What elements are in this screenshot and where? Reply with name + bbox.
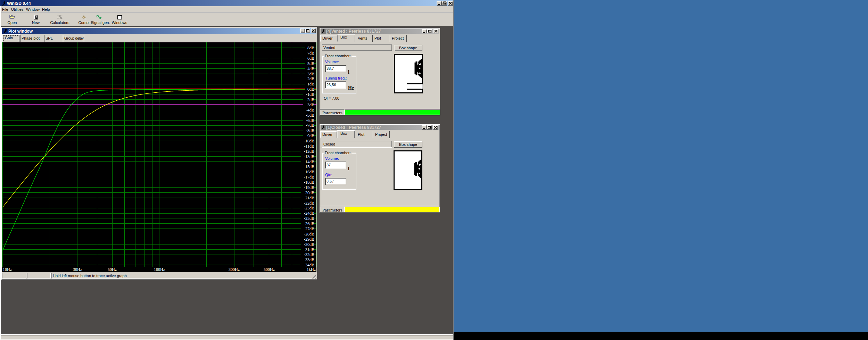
svg-text:-21dB: -21dB [304, 196, 314, 200]
svg-text:-1dB: -1dB [306, 92, 314, 97]
svg-text:1kHz: 1kHz [307, 267, 316, 272]
svg-text:-27dB: -27dB [304, 226, 314, 231]
svg-text:50Hz: 50Hz [108, 267, 117, 272]
svg-text:-18dB: -18dB [304, 180, 314, 185]
svg-text:300Hz: 300Hz [229, 267, 240, 272]
svg-text:500Hz: 500Hz [264, 267, 275, 272]
svg-text:30Hz: 30Hz [73, 267, 82, 272]
svg-text:1dB: 1dB [307, 82, 314, 86]
svg-text:-4dB: -4dB [306, 108, 314, 113]
svg-text:-33dB: -33dB [304, 257, 314, 262]
svg-text:2dB: 2dB [307, 76, 314, 81]
svg-text:-26dB: -26dB [304, 221, 314, 226]
svg-text:-31dB: -31dB [304, 247, 314, 252]
svg-text:-34dB: -34dB [304, 263, 314, 267]
svg-text:-6dB: -6dB [306, 118, 314, 123]
svg-text:5dB: 5dB [307, 61, 314, 66]
svg-text:100Hz: 100Hz [154, 267, 165, 272]
svg-text:-14dB: -14dB [304, 159, 314, 164]
svg-text:-29dB: -29dB [304, 237, 314, 242]
svg-text:-22dB: -22dB [304, 201, 314, 206]
svg-text:4dB: 4dB [307, 66, 314, 71]
svg-text:-23dB: -23dB [304, 206, 314, 210]
svg-text:-25dB: -25dB [304, 216, 314, 221]
svg-text:-7dB: -7dB [306, 123, 314, 128]
svg-text:-32dB: -32dB [304, 252, 314, 257]
svg-text:-17dB: -17dB [304, 175, 314, 180]
svg-text:-9dB: -9dB [306, 133, 314, 138]
svg-text:-30dB: -30dB [304, 242, 314, 247]
svg-text:-11dB: -11dB [304, 144, 314, 149]
svg-text:0dB: 0dB [307, 87, 314, 92]
svg-text:-5dB: -5dB [306, 113, 314, 118]
svg-text:-3dB: -3dB [306, 102, 314, 107]
svg-text:6dB: 6dB [307, 56, 314, 61]
svg-text:-16dB: -16dB [304, 169, 314, 174]
svg-text:-10dB: -10dB [304, 139, 314, 143]
svg-text:10Hz: 10Hz [3, 267, 12, 272]
svg-text:-19dB: -19dB [304, 185, 314, 190]
svg-text:-8dB: -8dB [306, 128, 314, 133]
svg-text:7dB: 7dB [307, 51, 314, 56]
svg-text:-24dB: -24dB [304, 211, 314, 216]
svg-text:-28dB: -28dB [304, 232, 314, 237]
svg-text:-20dB: -20dB [304, 190, 314, 195]
svg-text:-13dB: -13dB [304, 154, 314, 159]
svg-text:8dB: 8dB [307, 45, 314, 50]
svg-text:-15dB: -15dB [304, 164, 314, 169]
svg-text:-12dB: -12dB [304, 149, 314, 154]
svg-text:3dB: 3dB [307, 72, 314, 76]
svg-text:-2dB: -2dB [306, 97, 314, 102]
